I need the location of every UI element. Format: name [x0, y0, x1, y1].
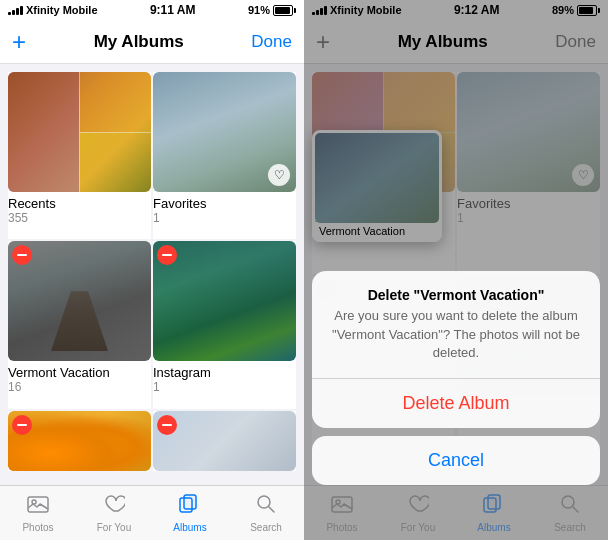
screen-2: Xfinity Mobile 9:12 AM 89% + My Albums D… [304, 0, 608, 540]
screen-1: Xfinity Mobile 9:11 AM 91% + My Albums D… [0, 0, 304, 540]
album-recents[interactable]: Recents 355 [8, 72, 151, 239]
tab-foryou-label-1: For You [97, 522, 131, 533]
album-count-instagram: 1 [153, 380, 296, 394]
album-count-vermont: 16 [8, 380, 151, 394]
delete-album-button[interactable]: Delete Album [312, 379, 600, 428]
tab-foryou-1[interactable]: For You [76, 493, 152, 533]
modal-message: Are you sure you want to delete the albu… [312, 303, 600, 378]
search-tab-icon-1 [255, 493, 277, 520]
album-partial-2[interactable] [153, 411, 296, 471]
album-instagram[interactable]: Instagram 1 [153, 241, 296, 408]
battery-percent: 91% [248, 4, 270, 16]
album-grid-1: Recents 355 ♡ Favorites 1 Vermont Vacati… [0, 64, 304, 485]
foryou-tab-icon [103, 493, 125, 520]
album-thumb-favorites: ♡ [153, 72, 296, 192]
battery-icon [273, 5, 296, 16]
svg-rect-3 [184, 495, 196, 509]
status-right-1: 91% [248, 4, 296, 16]
status-bar-1: Xfinity Mobile 9:11 AM 91% [0, 0, 304, 20]
tab-albums-label-1: Albums [173, 522, 206, 533]
album-count-favorites: 1 [153, 211, 296, 225]
albums-tab-icon-1 [179, 493, 201, 520]
photos-tab-icon [27, 493, 49, 520]
album-thumb-recents [8, 72, 151, 192]
album-partial-1[interactable] [8, 411, 151, 471]
svg-point-4 [258, 496, 270, 508]
delete-partial1-button[interactable] [12, 415, 32, 435]
album-favorites[interactable]: ♡ Favorites 1 [153, 72, 296, 239]
cancel-button[interactable]: Cancel [312, 436, 600, 485]
done-button-1[interactable]: Done [251, 32, 292, 52]
album-name-instagram: Instagram [153, 365, 296, 380]
album-name-favorites: Favorites [153, 196, 296, 211]
time-label: 9:11 AM [150, 3, 196, 17]
add-album-button[interactable]: + [12, 30, 26, 54]
nav-bar-1: + My Albums Done [0, 20, 304, 64]
svg-rect-0 [28, 497, 48, 512]
album-name-recents: Recents [8, 196, 151, 211]
action-sheet-card: Delete "Vermont Vacation" Are you sure y… [312, 271, 600, 428]
action-sheet: Delete "Vermont Vacation" Are you sure y… [312, 271, 600, 485]
tab-photos-1[interactable]: Photos [0, 493, 76, 533]
album-name-vermont: Vermont Vacation [8, 365, 151, 380]
album-vermont[interactable]: Vermont Vacation 16 [8, 241, 151, 408]
tab-bar-1: Photos For You Albums Search [0, 485, 304, 540]
heart-icon: ♡ [268, 164, 290, 186]
status-left-1: Xfinity Mobile [8, 4, 98, 16]
album-count-recents: 355 [8, 211, 151, 225]
modal-title: Delete "Vermont Vacation" [312, 271, 600, 303]
nav-title-1: My Albums [94, 32, 184, 52]
signal-icon [8, 5, 23, 15]
delete-partial2-button[interactable] [157, 415, 177, 435]
tab-search-1[interactable]: Search [228, 493, 304, 533]
modal-overlay: Delete "Vermont Vacation" Are you sure y… [304, 0, 608, 540]
tab-search-label-1: Search [250, 522, 282, 533]
carrier-label: Xfinity Mobile [26, 4, 98, 16]
tab-albums-1[interactable]: Albums [152, 493, 228, 533]
tab-photos-label-1: Photos [22, 522, 53, 533]
